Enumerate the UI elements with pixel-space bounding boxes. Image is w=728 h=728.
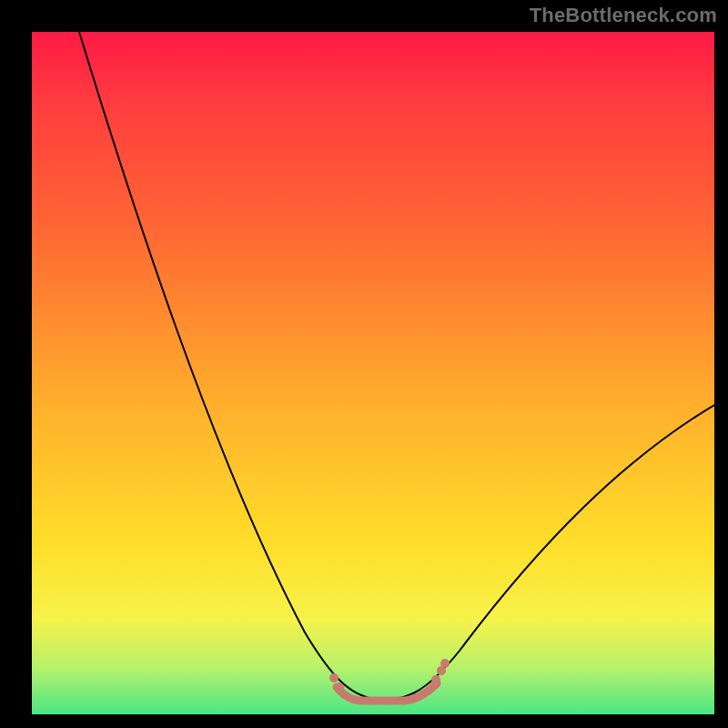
marker-dot bbox=[440, 659, 450, 668]
flat-region-path bbox=[337, 683, 437, 701]
gradient-plot-area bbox=[32, 32, 714, 714]
curve-layer bbox=[32, 32, 714, 714]
marker-dot bbox=[335, 682, 344, 692]
marker-dot bbox=[431, 675, 440, 684]
bottleneck-curve-path bbox=[79, 32, 714, 700]
marker-dot bbox=[437, 666, 446, 675]
marker-dot bbox=[329, 673, 339, 682]
watermark-text: TheBottleneck.com bbox=[530, 4, 717, 27]
chart-frame: TheBottleneck.com bbox=[0, 0, 728, 728]
